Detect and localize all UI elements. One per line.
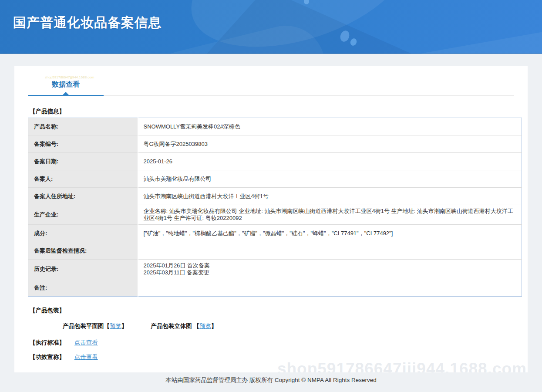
tab-data-view[interactable]: 数据查看 (28, 80, 104, 96)
table-row: 备案后监督检查情况: (28, 242, 522, 260)
packaging-3d-preview-link[interactable]: 预览 (199, 323, 211, 329)
standards-label: 【执行标准】 (30, 339, 65, 347)
standards-view-link[interactable]: 点击查看 (74, 339, 98, 346)
table-row: 备案人住所地址: 汕头市潮南区峡山街道西港村大坟洋工业区4街1号 (28, 188, 522, 205)
row-value (138, 242, 522, 260)
table-row: 历史记录: 2025年01月26日 首次备案 2025年03月11日 备案变更 (28, 260, 522, 279)
page-title: 国产普通化妆品备案信息 (13, 14, 162, 32)
row-label: 备案编号: (28, 135, 138, 153)
bracket-close: 】 (211, 323, 217, 329)
row-label: 历史记录: (28, 260, 138, 279)
page-header: 国产普通化妆品备案信息 (0, 0, 542, 54)
row-value: ["矿油"，"纯地蜡"，"棕榈酸乙基己酯"，"矿脂"，"微晶蜡"，"硅石"，"蜂… (138, 225, 522, 242)
table-row: 备注: (28, 279, 522, 297)
watermark-large: shop591786647jjj944.1688.com (277, 360, 527, 372)
row-value: 2025-01-26 (138, 153, 522, 170)
table-row: 产品名称: SNOWMOLLY雪茉莉美发棒02#深棕色 (28, 118, 522, 135)
row-value: 汕头市美瑞化妆品有限公司 (138, 170, 522, 188)
bracket-open: 【 (194, 323, 200, 329)
product-info-table: 产品名称: SNOWMOLLY雪茉莉美发棒02#深棕色 备案编号: 粤G妆网备字… (28, 118, 522, 297)
tab-active-indicator-icon (63, 92, 69, 95)
product-info-section-title: 【产品信息】 (30, 108, 528, 115)
packaging-flat-preview-link[interactable]: 预览 (110, 323, 121, 329)
header-decoration-blob (377, 14, 542, 54)
packaging-3d-label: 产品包装立体图 (151, 323, 193, 329)
row-label: 备案人住所地址: (28, 188, 138, 205)
table-row: 备案日期: 2025-01-26 (28, 153, 522, 170)
row-label: 备案人: (28, 170, 138, 188)
packaging-flat-label: 产品包装平面图 (63, 323, 104, 329)
packaging-3d-item: 产品包装立体图 【预览】 (151, 322, 217, 330)
bracket-open: 【 (104, 323, 110, 329)
row-label: 成分: (28, 225, 138, 242)
tab-strip: 数据查看 (28, 66, 514, 96)
efficacy-label: 【功效宣称】 (30, 353, 65, 361)
row-value: SNOWMOLLY雪茉莉美发棒02#深棕色 (138, 118, 522, 135)
row-label: 备案后监督检查情况: (28, 242, 138, 260)
packaging-section-title: 【产品包装】 (30, 307, 528, 314)
content-card: shop591786647jjj944.1688.com 数据查看 【产品信息】… (14, 66, 528, 372)
row-label: 备注: (28, 279, 138, 297)
row-value: 粤G妆网备字2025039803 (138, 135, 522, 153)
standards-row: 【执行标准】 点击查看 (30, 339, 528, 347)
row-label: 生产企业: (28, 205, 138, 225)
packaging-row: 产品包装平面图【预览】 产品包装立体图 【预览】 (63, 322, 528, 330)
tab-active-underline (28, 95, 104, 96)
efficacy-view-link[interactable]: 点击查看 (74, 354, 98, 360)
row-label: 备案日期: (28, 153, 138, 170)
row-value (138, 279, 522, 297)
row-value: 企业名称: 汕头市美瑞化妆品有限公司 企业地址: 汕头市潮南区峡山街道西港村大坟… (138, 205, 522, 225)
tab-data-view-label: 数据查看 (52, 81, 80, 88)
table-row: 备案编号: 粤G妆网备字2025039803 (28, 135, 522, 153)
row-value: 2025年01月26日 首次备案 2025年03月11日 备案变更 (138, 260, 522, 279)
row-label: 产品名称: (28, 118, 138, 135)
table-row: 成分: ["矿油"，"纯地蜡"，"棕榈酸乙基己酯"，"矿脂"，"微晶蜡"，"硅石… (28, 225, 522, 242)
bracket-close: 】 (121, 323, 128, 329)
page-footer: 本站由国家药品监督管理局主办 版权所有 Copyright © NMPA All… (0, 372, 542, 384)
row-value: 汕头市潮南区峡山街道西港村大坟洋工业区4街1号 (138, 188, 522, 205)
table-row: 生产企业: 企业名称: 汕头市美瑞化妆品有限公司 企业地址: 汕头市潮南区峡山街… (28, 205, 522, 225)
table-row: 备案人: 汕头市美瑞化妆品有限公司 (28, 170, 522, 188)
efficacy-row: 【功效宣称】 点击查看 (30, 353, 528, 361)
packaging-flat-item: 产品包装平面图【预览】 (63, 322, 128, 330)
